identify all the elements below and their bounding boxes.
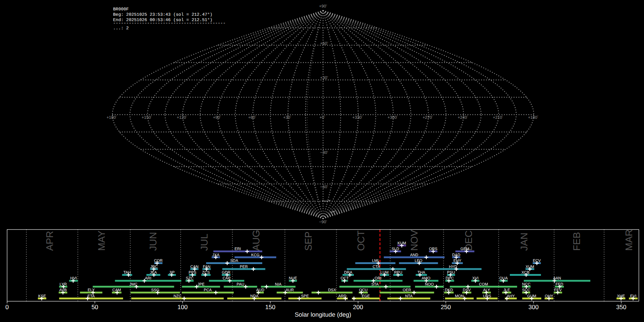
svg-text:CTA: CTA (373, 265, 381, 269)
svg-text:+60°: +60° (320, 42, 328, 46)
svg-text:+330°: +330° (352, 115, 363, 120)
svg-text:0: 0 (5, 304, 9, 311)
svg-text:URS: URS (483, 294, 491, 298)
svg-text:JLE: JLE (503, 288, 510, 292)
svg-text:FEV: FEV (554, 288, 562, 292)
svg-text:ORS: ORS (429, 247, 437, 251)
svg-text:JUN: JUN (148, 232, 158, 251)
svg-text:EVI: EVI (630, 294, 636, 298)
svg-text:OCU: OCU (359, 288, 367, 292)
svg-text:LEO: LEO (415, 259, 423, 263)
svg-text:+90°: +90° (213, 115, 221, 120)
svg-text:OHY: OHY (545, 294, 553, 298)
svg-text:−30°: −30° (320, 151, 328, 155)
svg-text:JUL: JUL (199, 234, 210, 251)
svg-text:SZC: SZC (186, 276, 194, 280)
svg-text:NOV: NOV (409, 230, 420, 251)
svg-text:DKD: DKD (445, 288, 453, 292)
svg-text:JPE: JPE (197, 282, 205, 287)
svg-text:LYR: LYR (60, 282, 67, 287)
svg-text:NOO: NOO (425, 282, 434, 287)
svg-text:KCG: KCG (251, 253, 259, 257)
svg-text:50: 50 (92, 304, 98, 311)
svg-text:+90°: +90° (319, 4, 327, 9)
svg-text:AUR: AUR (286, 288, 294, 292)
svg-text:SDA: SDA (230, 259, 238, 263)
svg-text:AUG: AUG (251, 230, 262, 251)
svg-text:GEM: GEM (460, 247, 469, 251)
svg-text:LUM: LUM (380, 270, 389, 275)
svg-text:300: 300 (528, 304, 538, 311)
svg-text:AUD: AUD (256, 288, 264, 292)
svg-text:DSV: DSV (463, 288, 471, 292)
svg-text:SPE: SPE (301, 294, 309, 298)
svg-text:APR: APR (44, 231, 55, 251)
svg-text:STA: STA (371, 282, 379, 287)
svg-text:+150°: +150° (142, 115, 152, 120)
svg-text:OCT: OCT (356, 230, 366, 251)
svg-text:XHE: XHE (617, 294, 625, 298)
svg-text:NIA: NIA (275, 282, 282, 287)
svg-text:AHY: AHY (507, 294, 515, 298)
svg-text:−90°: −90° (319, 220, 327, 225)
svg-text:ELY: ELY (88, 288, 95, 292)
svg-text:PAU: PAU (236, 282, 244, 287)
svg-text:EGE: EGE (362, 294, 370, 298)
svg-text:...: 2: ...: 2 (113, 26, 129, 31)
svg-text:HYD: HYD (449, 265, 457, 269)
svg-text:AVB: AVB (59, 288, 67, 292)
svg-text:QUA: QUA (499, 276, 508, 280)
svg-text:COR: COR (154, 259, 163, 263)
svg-text:XVI: XVI (472, 276, 478, 280)
svg-text:DRA: DRA (344, 270, 353, 275)
svg-text:FED: FED (556, 282, 564, 287)
svg-text:XUM: XUM (526, 265, 534, 269)
svg-text:OCT: OCT (341, 276, 349, 280)
svg-text:SSG: SSG (151, 288, 160, 292)
svg-text:KSE: KSE (38, 294, 46, 298)
svg-text:AAN: AAN (553, 276, 561, 280)
svg-text:+300°: +300° (387, 115, 398, 120)
svg-text:NTA: NTA (405, 294, 413, 298)
svg-text:MAR: MAR (624, 229, 634, 251)
svg-text:CAM: CAM (112, 288, 121, 292)
svg-text:JAN: JAN (519, 233, 530, 251)
svg-text:NUE: NUE (289, 276, 297, 280)
svg-text:EHY: EHY (453, 259, 461, 263)
svg-text:ORI: ORI (375, 276, 381, 280)
svg-text:PSU: PSU (447, 270, 455, 275)
svg-text:XCB: XCB (521, 270, 529, 275)
svg-text:HVI: HVI (70, 276, 77, 280)
svg-text:GDR: GDR (222, 270, 230, 275)
svg-text:100: 100 (177, 304, 187, 311)
svg-text:+30°: +30° (320, 76, 328, 80)
svg-text:ERI: ERI (235, 247, 241, 251)
svg-text:CAN: CAN (190, 265, 199, 269)
svg-text:ARD: ARD (338, 294, 347, 298)
svg-text:+180°: +180° (528, 115, 538, 120)
svg-text:+60°: +60° (248, 115, 257, 120)
svg-text:JIP: JIP (169, 270, 175, 275)
svg-text:MAY: MAY (96, 230, 107, 251)
svg-text:ECV: ECV (533, 259, 541, 263)
svg-text:JXA: JXA (212, 253, 220, 257)
svg-text:FAN: FAN (203, 265, 210, 269)
svg-text:FEB: FEB (571, 232, 582, 251)
svg-text:+270°: +270° (423, 115, 433, 120)
svg-text:DSX: DSX (328, 288, 336, 292)
svg-text:TAH: TAH (123, 270, 131, 275)
svg-text:LMI: LMI (372, 259, 379, 263)
svg-text:NCC: NCC (522, 282, 531, 287)
svg-text:JRC: JRC (150, 265, 158, 269)
svg-text:PPS: PPS (189, 270, 196, 275)
svg-text:BR000F: BR000F (113, 7, 129, 12)
svg-text:−60°: −60° (320, 185, 328, 190)
svg-text:JMC: JMC (130, 282, 137, 287)
svg-text:AMO: AMO (421, 276, 430, 280)
svg-text:MON: MON (455, 294, 464, 298)
svg-text:350: 350 (616, 304, 626, 311)
svg-text:RPU: RPU (394, 270, 402, 275)
svg-text:COM: COM (479, 282, 488, 287)
svg-text:NDA: NDA (250, 294, 259, 298)
svg-text:+120°: +120° (177, 115, 187, 120)
